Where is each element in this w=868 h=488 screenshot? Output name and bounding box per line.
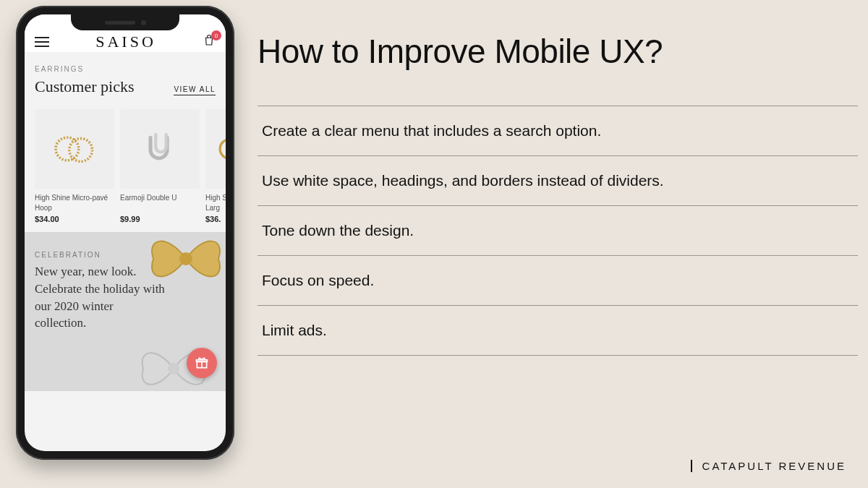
product-carousel[interactable]: High Shine Micro-pavé Hoop $34.00 Earmoj…: [25, 102, 226, 232]
phone-notch: [71, 14, 179, 30]
list-item: Focus on speed.: [258, 256, 858, 306]
cart-badge: 0: [211, 30, 221, 40]
product-card[interactable]: Earmoji Double U $9.99: [120, 109, 200, 223]
svg-point-4: [168, 363, 179, 374]
product-image: [35, 109, 114, 189]
view-all-link[interactable]: VIEW ALL: [174, 85, 216, 95]
cart-button[interactable]: 0: [203, 33, 216, 51]
svg-point-3: [179, 252, 192, 265]
phone-frame: SAISO 0 EARRINGS Customer picks VIEW ALL: [16, 6, 234, 460]
gold-bow-icon: [139, 232, 226, 299]
slide-content: How to Improve Mobile UX? Create a clear…: [258, 32, 858, 356]
menu-icon[interactable]: [35, 37, 49, 47]
section-header: EARRINGS Customer picks VIEW ALL: [25, 52, 226, 102]
hoop-earring-icon: [205, 123, 226, 175]
bullet-list: Create a clear menu that includes a sear…: [258, 106, 858, 356]
product-image: [120, 109, 200, 189]
hoop-earring-icon: [48, 123, 101, 175]
svg-point-2: [220, 140, 226, 159]
phone-screen: SAISO 0 EARRINGS Customer picks VIEW ALL: [25, 14, 226, 451]
promo-block[interactable]: CELEBRATION New year, new look. Celebrat…: [25, 232, 226, 391]
footer-brand: CATAPULT REVENUE: [691, 460, 846, 472]
product-price: $34.00: [35, 215, 114, 223]
list-item: Create a clear menu that includes a sear…: [258, 106, 858, 156]
list-item: Use white space, headings, and borders i…: [258, 156, 858, 206]
list-item: Tone down the design.: [258, 206, 858, 256]
svg-rect-7: [197, 360, 208, 362]
product-price: $9.99: [120, 215, 200, 223]
product-price: $36.: [205, 215, 226, 223]
product-name: High S - Larg: [205, 193, 226, 213]
svg-point-1: [69, 139, 93, 162]
product-card[interactable]: High Shine Micro-pavé Hoop $34.00: [35, 109, 114, 223]
product-card[interactable]: High S - Larg $36.: [205, 109, 226, 223]
section-title: Customer picks: [35, 77, 135, 96]
slide-title: How to Improve Mobile UX?: [258, 32, 858, 71]
section-eyebrow: EARRINGS: [35, 65, 216, 73]
product-name: Earmoji Double U: [120, 193, 200, 213]
gift-fab[interactable]: [187, 348, 217, 378]
brand-logo[interactable]: SAISO: [95, 33, 156, 51]
gift-icon: [195, 356, 209, 370]
product-image: [205, 109, 226, 189]
product-name: High Shine Micro-pavé Hoop: [35, 193, 114, 213]
u-earring-icon: [134, 123, 186, 175]
list-item: Limit ads.: [258, 306, 858, 356]
